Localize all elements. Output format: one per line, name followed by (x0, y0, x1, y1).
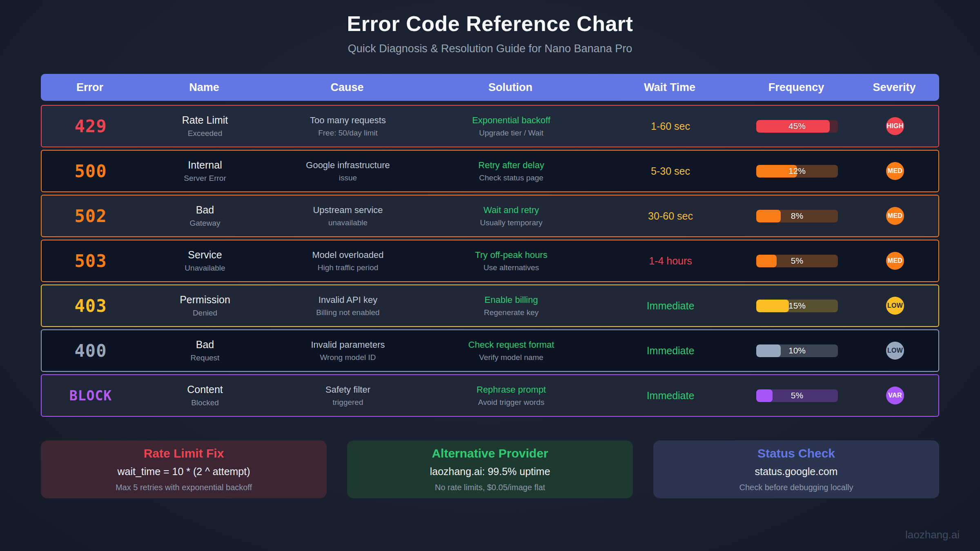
cause-sub: Billing not enabled (316, 308, 379, 317)
severity-badge: MED (886, 207, 904, 225)
error-name: Bad (196, 339, 214, 351)
severity-badge: MED (886, 252, 904, 270)
solution-cell: Enable billing Regenerate key (425, 295, 597, 317)
wait-time: 1-60 sec (597, 120, 744, 132)
table-row: 400 Bad Request Invalid parameters Wrong… (41, 329, 939, 372)
table-row: 429 Rate Limit Exceeded Too many request… (41, 105, 939, 147)
table-header: Error Name Cause Solution Wait Time Freq… (41, 74, 939, 101)
error-code: 500 (42, 161, 140, 181)
severity-badge: HIGH (886, 117, 904, 135)
error-name-sub: Denied (193, 309, 217, 318)
error-name-sub: Request (191, 353, 220, 362)
solution-text: Check request format (468, 340, 554, 350)
card-formula: wait_time = 10 * (2 ^ attempt) (41, 466, 327, 478)
cause-cell: Invalid parameters Wrong model ID (270, 340, 425, 362)
card-title: Status Check (653, 447, 939, 460)
cause-text: Too many requests (310, 115, 386, 126)
solution-cell: Exponential backoff Upgrade tier / Wait (425, 115, 597, 138)
page-header: Error Code Reference Chart Quick Diagnos… (0, 0, 980, 55)
frequency-bar-track: 5% (756, 389, 838, 402)
error-name-cell: Bad Request (140, 339, 270, 362)
error-table: Error Name Cause Solution Wait Time Freq… (41, 74, 939, 417)
column-header-severity: Severity (849, 81, 939, 94)
cause-sub: High traffic period (318, 263, 379, 272)
frequency-label: 45% (756, 120, 838, 133)
severity-badge: VAR (886, 387, 904, 404)
error-name-cell: Permission Denied (140, 294, 270, 318)
cause-text: Safety filter (325, 384, 370, 395)
tip-cards: Rate Limit Fix wait_time = 10 * (2 ^ att… (41, 440, 939, 498)
card-note: Check before debugging locally (653, 483, 939, 492)
frequency-bar-track: 10% (756, 344, 838, 357)
cause-text: Upstream service (313, 205, 383, 216)
frequency-label: 15% (756, 300, 838, 312)
table-row: BLOCK Content Blocked Safety filter trig… (41, 374, 939, 417)
cause-text: Invalid API key (318, 295, 377, 305)
solution-sub: Regenerate key (484, 308, 539, 317)
error-code: 502 (42, 206, 140, 226)
error-name: Content (187, 384, 223, 395)
severity-badge: LOW (886, 342, 904, 360)
error-name: Permission (180, 294, 230, 306)
solution-text: Try off-peak hours (475, 250, 547, 260)
solution-sub: Check status page (479, 173, 543, 182)
column-header-name: Name (139, 81, 270, 94)
solution-cell: Retry after delay Check status page (425, 160, 597, 182)
solution-sub: Usually temporary (480, 218, 542, 227)
error-code: 403 (42, 296, 140, 316)
severity-cell: MED (850, 162, 940, 180)
cause-sub: issue (339, 173, 357, 182)
page-title: Error Code Reference Chart (0, 11, 980, 36)
solution-sub: Upgrade tier / Wait (479, 129, 543, 138)
error-name-cell: Rate Limit Exceeded (140, 114, 270, 138)
table-row: 403 Permission Denied Invalid API key Bi… (41, 284, 939, 327)
cause-cell: Invalid API key Billing not enabled (270, 295, 425, 317)
cause-sub: Free: 50/day limit (318, 129, 378, 138)
cause-cell: Upstream service unavailable (270, 205, 425, 227)
cause-sub: Wrong model ID (320, 353, 376, 362)
card-provider-info: laozhang.ai: 99.5% uptime (347, 466, 633, 478)
frequency-label: 5% (756, 255, 838, 267)
cause-text: Invalid parameters (311, 340, 385, 350)
wait-time: Immediate (597, 390, 744, 402)
severity-cell: HIGH (850, 117, 940, 135)
solution-sub: Avoid trigger words (478, 398, 544, 407)
error-name: Bad (196, 204, 214, 216)
frequency-bar-track: 5% (756, 255, 838, 267)
solution-text: Rephrase prompt (477, 384, 546, 395)
error-name-sub: Exceeded (188, 129, 223, 138)
frequency-label: 12% (756, 165, 838, 178)
card-title: Alternative Provider (347, 447, 633, 460)
column-header-wait-time: Wait Time (596, 81, 743, 94)
severity-badge: MED (886, 162, 904, 180)
cause-sub: unavailable (328, 218, 368, 227)
frequency-label: 5% (756, 389, 838, 402)
solution-cell: Check request format Verify model name (425, 340, 597, 362)
card-note: Max 5 retries with exponential backoff (41, 483, 327, 492)
wait-time: 30-60 sec (597, 210, 744, 222)
solution-text: Wait and retry (483, 205, 539, 216)
frequency-cell: 10% (744, 344, 850, 357)
cause-cell: Too many requests Free: 50/day limit (270, 115, 425, 138)
watermark: laozhang.ai (905, 529, 960, 541)
severity-cell: MED (850, 252, 940, 270)
error-code: BLOCK (42, 388, 140, 404)
error-code: 429 (42, 116, 140, 136)
frequency-cell: 5% (744, 255, 850, 267)
wait-time: 1-4 hours (597, 255, 744, 267)
table-row: 500 Internal Server Error Google infrast… (41, 150, 939, 192)
column-header-solution: Solution (425, 81, 596, 94)
solution-cell: Wait and retry Usually temporary (425, 205, 597, 227)
solution-text: Exponential backoff (472, 115, 550, 126)
card-title: Rate Limit Fix (41, 447, 327, 460)
page-subtitle: Quick Diagnosis & Resolution Guide for N… (0, 42, 980, 55)
frequency-bar-track: 8% (756, 210, 838, 222)
error-name-sub: Blocked (191, 398, 219, 407)
severity-cell: MED (850, 207, 940, 225)
error-name: Service (188, 249, 222, 261)
error-name: Internal (188, 159, 222, 171)
wait-time: 5-30 sec (597, 165, 744, 177)
infographic-page: Error Code Reference Chart Quick Diagnos… (0, 0, 980, 551)
wait-time: Immediate (597, 345, 744, 357)
frequency-bar-track: 45% (756, 120, 838, 133)
